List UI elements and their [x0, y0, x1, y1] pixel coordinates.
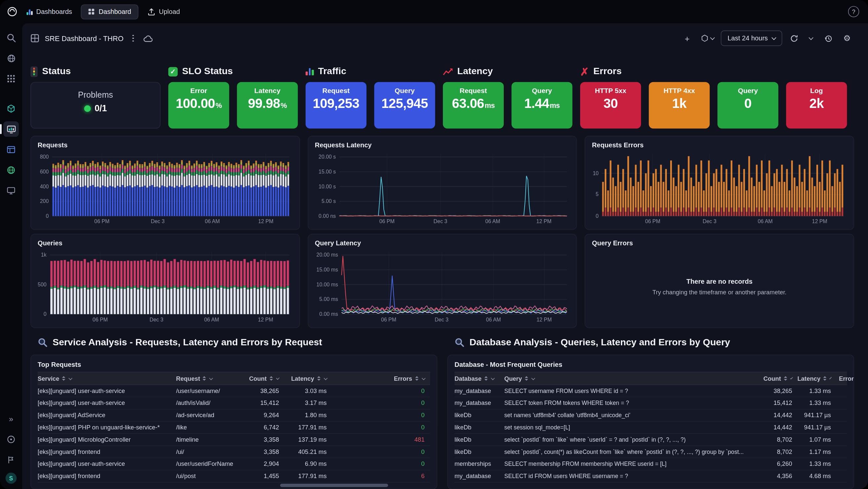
- history-icon[interactable]: [821, 31, 836, 46]
- notebooks-icon[interactable]: [3, 142, 19, 157]
- axis-label: 0: [592, 213, 599, 219]
- column-menu-icon[interactable]: [323, 376, 327, 380]
- table-row[interactable]: likeDbselect `postId`, count(*) as likeC…: [455, 446, 847, 458]
- column-header-errors[interactable]: Errors: [837, 372, 855, 385]
- table-row[interactable]: my_databaseSELECT token FROM tokens WHER…: [455, 397, 847, 409]
- column-menu-icon[interactable]: [209, 376, 213, 380]
- cell-errors: 6: [332, 470, 430, 482]
- kpi-tile-latency-query[interactable]: Query1.44ms: [512, 82, 572, 129]
- whats-new-icon[interactable]: [3, 452, 19, 468]
- cell-errors: 481: [332, 434, 430, 445]
- app-logo[interactable]: [7, 6, 18, 17]
- cell-query: set names 'utf8mb4' collate 'utf8mb4_uni…: [504, 409, 764, 421]
- scrollbar-thumb[interactable]: [280, 484, 388, 487]
- chart-plot: [315, 249, 570, 324]
- services-icon[interactable]: [3, 162, 19, 178]
- table-row[interactable]: [eks][unguard] user-auth-service/user/us…: [38, 458, 430, 470]
- kubernetes-icon[interactable]: [3, 101, 19, 117]
- account-icon[interactable]: [3, 432, 19, 447]
- kpi-tile-slo-status-latency[interactable]: Latency99.98%: [237, 82, 298, 129]
- table-row[interactable]: likeDbset session sql_mode=[L]14,442941.…: [455, 422, 847, 434]
- sort-icon[interactable]: [823, 376, 826, 381]
- kebab-icon[interactable]: [129, 32, 137, 44]
- kpi-tile-latency-request[interactable]: Request63.06ms: [443, 82, 504, 129]
- kpi-tile-errors-log[interactable]: Log2k: [786, 82, 847, 129]
- expand-icon[interactable]: »: [3, 411, 19, 427]
- cell-latency: 1.33 ms: [798, 458, 837, 470]
- column-header-errors[interactable]: Errors: [332, 372, 430, 385]
- column-header-database[interactable]: Database: [455, 372, 504, 385]
- service-analysis-header: Service Analysis - Requests, Latency and…: [30, 336, 437, 349]
- kpi-tile-errors-http-4xx[interactable]: HTTP 4xx1k: [649, 82, 710, 129]
- column-label: Latency: [291, 375, 314, 382]
- check-icon: ✓: [168, 67, 178, 76]
- sort-icon[interactable]: [525, 376, 528, 381]
- column-header-request[interactable]: Request: [176, 372, 249, 385]
- sort-icon[interactable]: [270, 376, 273, 381]
- help-button[interactable]: ?: [848, 6, 859, 17]
- search-icon[interactable]: [3, 30, 19, 45]
- kpi-tile-traffic-request[interactable]: Request109,253: [306, 82, 367, 129]
- table-row[interactable]: my_databaseSELECT id FROM users WHERE us…: [455, 470, 847, 483]
- tenant-badge[interactable]: S: [6, 472, 17, 483]
- sort-icon[interactable]: [415, 376, 418, 381]
- dashboards-icon[interactable]: [3, 121, 19, 137]
- settings-icon[interactable]: ⚙: [840, 31, 855, 46]
- column-menu-icon[interactable]: [276, 376, 280, 379]
- observability-icon[interactable]: [3, 50, 19, 66]
- table-row[interactable]: likeDbselect `postId` from `like` where …: [455, 434, 847, 446]
- dashboards-app[interactable]: Dashboards: [27, 8, 72, 15]
- column-menu-icon[interactable]: [531, 376, 535, 380]
- top-requests-table: ServiceRequestCountLatencyErrors[eks][un…: [38, 372, 430, 489]
- refresh-dropdown[interactable]: [805, 31, 816, 46]
- kpi-tile-errors-http-5xx[interactable]: HTTP 5xx30: [580, 82, 641, 129]
- tab-dashboard[interactable]: Dashboard: [81, 4, 138, 19]
- cell-service: [eks][unguard] user-auth-service: [38, 458, 176, 470]
- table-row[interactable]: my_databaseSELECT username FROM users WH…: [455, 385, 847, 397]
- refresh-icon[interactable]: [786, 31, 801, 46]
- table-row[interactable]: [eks][unguard] frontend/ui/post1,455177.…: [38, 470, 430, 483]
- dashboard-title[interactable]: SRE Dashboard - THRO: [45, 34, 124, 42]
- apps-grid-icon[interactable]: [3, 71, 19, 86]
- column-header-service[interactable]: Service: [38, 372, 176, 385]
- column-menu-icon[interactable]: [69, 376, 72, 380]
- table-row[interactable]: [eks][unguard] PHP on unguard-like-servi…: [38, 422, 430, 434]
- table-row[interactable]: [eks][unguard] MicroblogController/timel…: [38, 434, 430, 446]
- axis-label: 06 PM: [85, 218, 118, 224]
- kpi-tile-slo-status-error[interactable]: Error100.00%: [168, 82, 229, 129]
- sort-icon[interactable]: [203, 376, 206, 381]
- kpi-tile-errors-query[interactable]: Query0: [717, 82, 778, 129]
- chevron-down-icon: [710, 35, 715, 40]
- column-header-count[interactable]: Count: [249, 372, 284, 385]
- column-header-latency[interactable]: Latency: [284, 372, 332, 385]
- column-header-count[interactable]: Count: [764, 372, 798, 385]
- cell-latency: 941.17 µs: [798, 422, 837, 433]
- sort-icon[interactable]: [317, 376, 320, 381]
- column-menu-icon[interactable]: [491, 376, 495, 380]
- table-row[interactable]: [eks][unguard] user-auth-service/auth/is…: [38, 397, 430, 409]
- table-row[interactable]: [eks][unguard] AdService/ad-service/ad9,…: [38, 409, 430, 422]
- problems-card[interactable]: Problems0/1: [30, 82, 160, 129]
- column-menu-icon[interactable]: [830, 377, 832, 379]
- hosts-icon[interactable]: [3, 183, 19, 198]
- column-header-query[interactable]: Query: [504, 372, 764, 385]
- sort-icon[interactable]: [784, 376, 787, 381]
- table-row[interactable]: [eks][unguard] user-auth-service/user/us…: [38, 385, 430, 397]
- table-row[interactable]: likeDbset names 'utf8mb4' collate 'utf8m…: [455, 409, 847, 422]
- table-row[interactable]: membershipsSELECT membership FROM member…: [455, 458, 847, 470]
- column-header-latency[interactable]: Latency: [798, 372, 837, 385]
- upload-button[interactable]: Upload: [147, 8, 180, 16]
- sort-icon[interactable]: [484, 376, 488, 381]
- column-menu-icon[interactable]: [790, 376, 793, 379]
- kpi-tile-traffic-query[interactable]: Query125,945: [374, 82, 435, 129]
- column-menu-icon[interactable]: [422, 376, 425, 380]
- add-tile-icon[interactable]: +: [680, 31, 695, 46]
- chart-body-requests-latency: 06 PMDec 306 AM12 PM0.00 ns5.00 s10.00 s…: [315, 151, 570, 226]
- axis-label: 12 PM: [249, 317, 282, 322]
- chevron-down-icon: [809, 35, 813, 40]
- time-range-picker[interactable]: Last 24 hours: [721, 30, 782, 46]
- sort-icon[interactable]: [62, 376, 65, 381]
- package-dropdown[interactable]: [699, 31, 716, 46]
- table-row[interactable]: [eks][unguard] frontend/ui/3,358405.21 m…: [38, 446, 430, 458]
- cloud-icon[interactable]: [143, 34, 153, 42]
